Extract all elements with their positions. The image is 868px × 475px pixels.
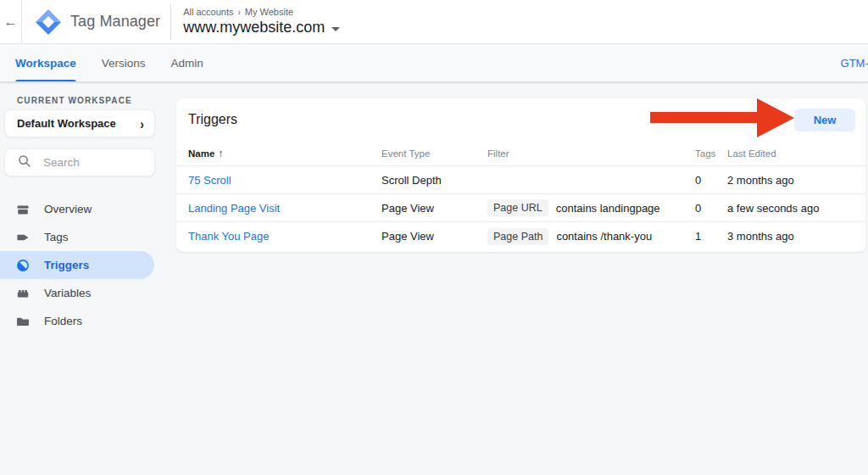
workspace-name: Default Workspace <box>17 117 140 130</box>
trigger-last-edited: 2 months ago <box>727 174 854 187</box>
sidebar-nav: Overview Tags Triggers <box>0 195 176 335</box>
triggers-table-header: Name↑ Event Type Filter Tags Last Edited <box>176 141 865 166</box>
account-breadcrumb-block: All accounts › My Website www.mywebsite.… <box>170 4 340 40</box>
table-row[interactable]: Landing Page Visit Page View Page URL co… <box>176 194 865 222</box>
chevron-right-icon: › <box>140 115 144 131</box>
variables-brick-icon <box>16 287 30 300</box>
trigger-name-link[interactable]: Thank You Page <box>188 230 269 243</box>
tag-manager-home-link[interactable]: Tag Manager <box>22 0 160 43</box>
trigger-event-type: Page View <box>381 230 487 243</box>
app-header: ← Tag Manager All accounts › My Website … <box>0 0 868 44</box>
sidebar-item-tags[interactable]: Tags <box>0 223 154 251</box>
column-header-tags: Tags <box>695 148 727 159</box>
trigger-filter: Page Path contains /thank-you <box>487 228 695 245</box>
sidebar-item-label: Folders <box>44 315 82 327</box>
filter-variable-chip: Page Path <box>487 228 548 245</box>
breadcrumb-chevron-icon: › <box>237 8 240 17</box>
trigger-tags-count: 1 <box>695 230 727 243</box>
column-header-event-type: Event Type <box>381 148 487 159</box>
container-selector[interactable]: www.mywebsite.com <box>183 19 340 36</box>
breadcrumb: All accounts › My Website <box>183 7 340 17</box>
tab-versions[interactable]: Versions <box>102 44 146 82</box>
search-icon <box>18 154 31 171</box>
breadcrumb-container-name[interactable]: My Website <box>245 7 293 17</box>
container-domain: www.mywebsite.com <box>183 19 325 36</box>
new-trigger-button[interactable]: New <box>794 109 855 131</box>
trigger-filter: Page URL contains landingpage <box>487 199 695 216</box>
sidebar-item-label: Variables <box>44 287 91 299</box>
table-row[interactable]: Thank You Page Page View Page Path conta… <box>176 222 865 250</box>
column-header-last-edited: Last Edited <box>727 148 854 159</box>
overview-icon <box>16 203 30 216</box>
annotation-arrow-icon <box>757 98 794 137</box>
filter-variable-chip: Page URL <box>487 199 548 216</box>
breadcrumb-all-accounts[interactable]: All accounts <box>183 7 233 17</box>
trigger-name-link[interactable]: Landing Page Visit <box>188 202 280 215</box>
sidebar-item-label: Triggers <box>44 259 89 271</box>
workspace-selector[interactable]: Default Workspace › <box>4 109 155 137</box>
tab-admin[interactable]: Admin <box>171 44 203 82</box>
trigger-last-edited: a few seconds ago <box>727 202 854 215</box>
page-title: Triggers <box>188 112 237 127</box>
filter-condition-text: contains landingpage <box>556 202 660 215</box>
column-header-name[interactable]: Name↑ <box>188 148 381 159</box>
workspace-sidebar: CURRENT WORKSPACE Default Workspace › <box>0 82 176 475</box>
tab-workspace[interactable]: Workspace <box>15 44 76 82</box>
sidebar-item-triggers[interactable]: Triggers <box>0 251 154 279</box>
annotation-arrow-shaft <box>650 112 762 123</box>
search-input[interactable] <box>43 156 145 169</box>
sidebar-item-label: Tags <box>44 231 69 243</box>
column-header-filter: Filter <box>487 148 695 159</box>
sidebar-item-label: Overview <box>44 203 92 215</box>
gtm-workspace-screen: ← Tag Manager All accounts › My Website … <box>0 0 868 475</box>
sidebar-item-folders[interactable]: Folders <box>0 307 154 335</box>
tag-manager-logo-icon <box>36 9 61 35</box>
back-arrow-icon: ← <box>4 14 18 30</box>
folder-icon <box>16 315 30 328</box>
trigger-tags-count: 0 <box>695 174 727 187</box>
trigger-event-type: Scroll Depth <box>381 174 487 187</box>
filter-condition-text: contains /thank-you <box>556 230 652 243</box>
trigger-icon <box>16 259 30 272</box>
current-workspace-label: CURRENT WORKSPACE <box>17 96 176 105</box>
sidebar-item-variables[interactable]: Variables <box>0 279 154 307</box>
table-row[interactable]: 75 Scroll Scroll Depth 0 2 months ago <box>176 166 865 194</box>
sidebar-item-overview[interactable]: Overview <box>0 195 154 223</box>
trigger-tags-count: 0 <box>695 202 727 215</box>
trigger-name-link[interactable]: 75 Scroll <box>188 174 231 187</box>
container-id-link[interactable]: GTM-W <box>841 44 868 82</box>
trigger-last-edited: 3 months ago <box>727 230 854 243</box>
sidebar-search[interactable] <box>4 148 155 176</box>
sort-ascending-icon: ↑ <box>218 148 223 159</box>
trigger-event-type: Page View <box>381 202 487 215</box>
chevron-down-icon <box>331 27 340 31</box>
primary-tabbar: Workspace Versions Admin GTM-W <box>0 44 868 82</box>
app-title: Tag Manager <box>70 13 160 31</box>
tag-icon <box>16 231 30 244</box>
back-button[interactable]: ← <box>0 0 22 43</box>
